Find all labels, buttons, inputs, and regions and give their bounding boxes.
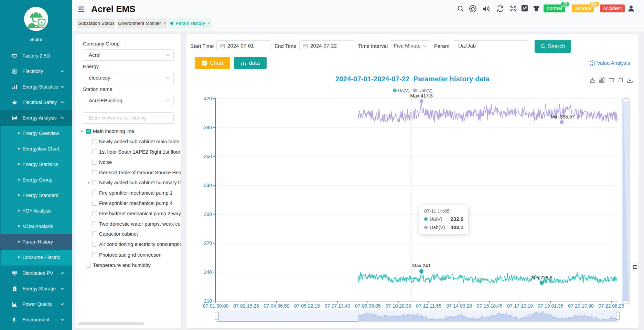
- svg-text:420: 420: [204, 96, 212, 101]
- svg-text:07-01 00:00: 07-01 00:00: [203, 303, 229, 309]
- svg-text:07-07 13:40: 07-07 13:40: [324, 303, 350, 309]
- svg-text:07-20 17:00: 07-20 17:00: [568, 303, 594, 309]
- svg-text:Min:395.5: Min:395.5: [551, 114, 572, 120]
- svg-text:Min:228.8: Min:228.8: [531, 275, 552, 280]
- svg-text:240: 240: [204, 269, 212, 275]
- svg-text:07-14 03:20: 07-14 03:20: [446, 303, 472, 309]
- svg-text:07-15 18:45: 07-15 18:45: [477, 303, 503, 309]
- svg-text:07-19 01:35: 07-19 01:35: [538, 303, 564, 309]
- svg-text:390: 390: [204, 125, 212, 130]
- svg-text:07-02 15:25: 07-02 15:25: [233, 303, 259, 309]
- svg-text:Max:241: Max:241: [412, 263, 431, 268]
- svg-text:Max:417.3: Max:417.3: [410, 93, 433, 99]
- svg-text:07-12 11:55: 07-12 11:55: [416, 303, 441, 309]
- svg-text:07-22 08:25: 07-22 08:25: [599, 303, 624, 309]
- svg-text:07-05 22:15: 07-05 22:15: [294, 303, 320, 309]
- svg-text:07-04 06:50: 07-04 06:50: [264, 303, 290, 309]
- svg-text:07-09 05:05: 07-09 05:05: [355, 303, 381, 309]
- svg-text:360: 360: [204, 154, 212, 159]
- svg-text:07-10 20:30: 07-10 20:30: [385, 303, 411, 309]
- svg-text:300: 300: [204, 212, 212, 217]
- svg-text:07-17 10:10: 07-17 10:10: [507, 303, 533, 309]
- svg-text:270: 270: [204, 240, 212, 246]
- svg-text:330: 330: [204, 183, 212, 188]
